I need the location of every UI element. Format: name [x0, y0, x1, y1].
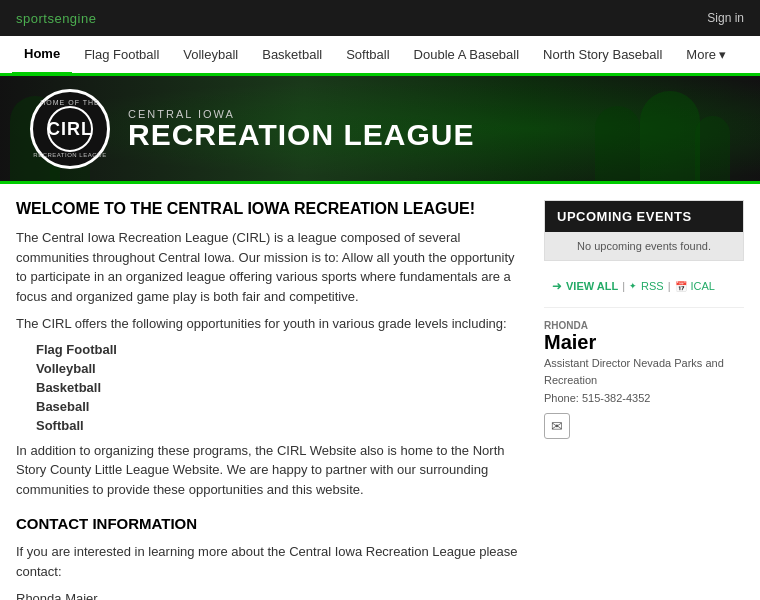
welcome-para3: In addition to organizing these programs…	[16, 441, 528, 500]
welcome-para1: The Central Iowa Recreation League (CIRL…	[16, 228, 528, 306]
left-column: WELCOME TO THE CENTRAL IOWA RECREATION L…	[16, 200, 528, 600]
nav-item-home[interactable]: Home	[12, 35, 72, 75]
list-item-basketball: Basketball	[36, 380, 528, 395]
right-column: UPCOMING EVENTS No upcoming events found…	[544, 200, 744, 600]
nav-item-basketball[interactable]: Basketball	[250, 35, 334, 75]
nav-bar: Home Flag Football Volleyball Basketball…	[0, 36, 760, 76]
rec-league-label: RECREATION LEAGUE	[33, 152, 106, 158]
cirl-initials: CIRL	[47, 119, 93, 140]
events-links: ➜ VIEW ALL | ✦ RSS | 📅 ICAL	[544, 273, 744, 299]
contact-role: RHONDA	[544, 320, 744, 331]
contact-para1: If you are interested in learning more a…	[16, 542, 528, 581]
contact-section: CONTACT INFORMATION If you are intereste…	[16, 515, 528, 600]
cirl-logo: HOME OF THE CIRL RECREATION LEAGUE	[30, 89, 110, 169]
home-of-label: HOME OF THE	[40, 99, 99, 106]
logo-sports: sports	[16, 11, 54, 26]
list-item-volleyball: Volleyball	[36, 361, 528, 376]
list-item-baseball: Baseball	[36, 399, 528, 414]
main-content: WELCOME TO THE CENTRAL IOWA RECREATION L…	[0, 184, 760, 600]
sportsengine-logo: sportsengine	[16, 11, 96, 26]
hero-title: CENTRAL IOWA RECREATION LEAGUE	[128, 108, 474, 150]
signin-link[interactable]: Sign in	[707, 11, 744, 25]
nav-item-more[interactable]: More ▾	[674, 35, 738, 75]
welcome-para2: The CIRL offers the following opportunit…	[16, 314, 528, 334]
nav-item-volleyball[interactable]: Volleyball	[171, 35, 250, 75]
cirl-inner-circle: CIRL	[47, 106, 93, 152]
contact-card: RHONDA Maier Assistant Director Nevada P…	[544, 316, 744, 443]
pipe-separator2: |	[668, 280, 671, 292]
nav-item-north-story-baseball[interactable]: North Story Baseball	[531, 35, 674, 75]
rss-icon: ✦	[629, 281, 637, 291]
arrow-icon: ➜	[552, 279, 562, 293]
list-item-flag-football: Flag Football	[36, 342, 528, 357]
contact-section-title: CONTACT INFORMATION	[16, 515, 528, 532]
nav-item-double-a-baseball[interactable]: Double A Baseball	[402, 35, 532, 75]
nav-item-softball[interactable]: Softball	[334, 35, 401, 75]
hero-banner: HOME OF THE CIRL RECREATION LEAGUE CENTR…	[0, 76, 760, 184]
top-bar: sportsengine Sign in	[0, 0, 760, 36]
sports-list: Flag Football Volleyball Basketball Base…	[36, 342, 528, 433]
upcoming-events-box: UPCOMING EVENTS No upcoming events found…	[544, 200, 744, 261]
view-all-link[interactable]: VIEW ALL	[566, 280, 618, 292]
hero-content: HOME OF THE CIRL RECREATION LEAGUE CENTR…	[0, 89, 474, 169]
hero-line2: RECREATION LEAGUE	[128, 120, 474, 150]
upcoming-events-header: UPCOMING EVENTS	[545, 201, 743, 232]
contact-name: Maier	[544, 331, 744, 353]
email-button[interactable]: ✉	[544, 413, 570, 439]
welcome-title: WELCOME TO THE CENTRAL IOWA RECREATION L…	[16, 200, 528, 218]
contact-title: Assistant Director Nevada Parks and Recr…	[544, 355, 744, 388]
ical-link[interactable]: ICAL	[691, 280, 715, 292]
contact-phone: Phone: 515-382-4352	[544, 390, 744, 407]
list-item-softball: Softball	[36, 418, 528, 433]
rss-link[interactable]: RSS	[641, 280, 664, 292]
email-icon: ✉	[551, 418, 563, 434]
chevron-down-icon: ▾	[719, 47, 726, 62]
logo-engine: engine	[54, 11, 96, 26]
sidebar-divider	[544, 307, 744, 308]
pipe-separator: |	[622, 280, 625, 292]
no-events-message: No upcoming events found.	[545, 232, 743, 260]
contact-name-bottom: Rhonda Maier	[16, 589, 528, 600]
cal-icon: 📅	[675, 281, 687, 292]
nav-item-flag-football[interactable]: Flag Football	[72, 35, 171, 75]
